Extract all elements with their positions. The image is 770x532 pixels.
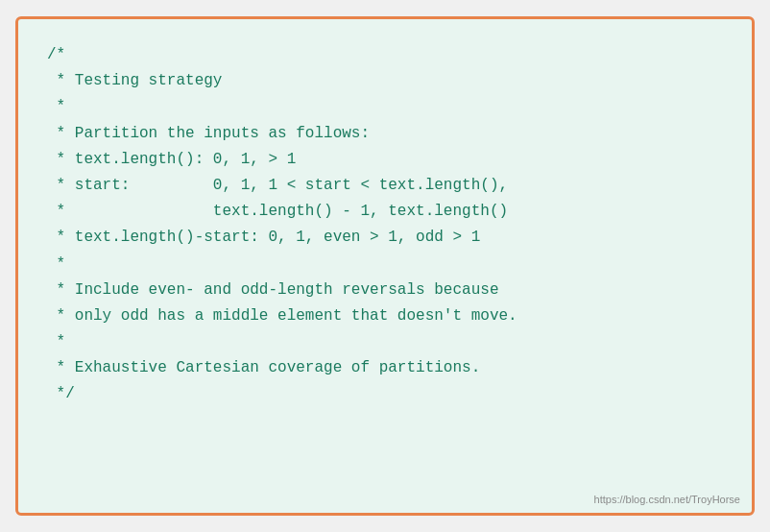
code-line: * start: 0, 1, 1 < start < text.length()…: [47, 173, 723, 199]
code-line: * text.length() - 1, text.length(): [47, 199, 723, 225]
code-line: *: [47, 94, 723, 120]
code-line: * Include even- and odd-length reversals…: [47, 278, 723, 303]
code-line: * Partition the inputs as follows:: [47, 121, 723, 147]
code-block: /* * Testing strategy * * Partition the …: [47, 42, 723, 490]
code-line: *: [47, 329, 723, 355]
code-line: /*: [47, 42, 723, 68]
code-line: * Testing strategy: [47, 68, 723, 94]
code-line: *: [47, 252, 723, 278]
code-line: * only odd has a middle element that doe…: [47, 303, 723, 329]
code-line: * text.length(): 0, 1, > 1: [47, 147, 723, 173]
code-line: * Exhaustive Cartesian coverage of parti…: [47, 355, 723, 381]
code-line: */: [47, 381, 723, 407]
watermark: https://blog.csdn.net/TroyHorse: [594, 494, 740, 505]
code-container: /* * Testing strategy * * Partition the …: [15, 16, 755, 516]
code-line: * text.length()-start: 0, 1, even > 1, o…: [47, 225, 723, 251]
